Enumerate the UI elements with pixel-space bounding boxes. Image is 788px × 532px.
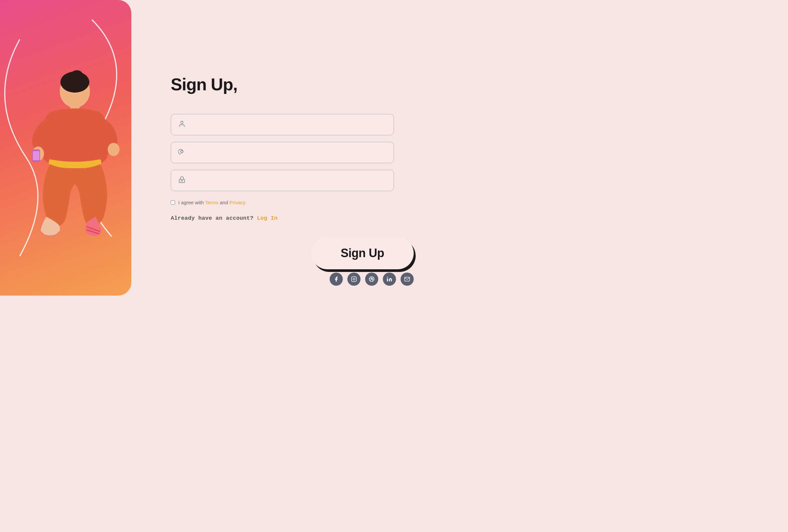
password-field-wrapper — [171, 170, 394, 191]
user-icon — [178, 120, 186, 129]
privacy-link[interactable]: Privacy — [230, 200, 245, 205]
facebook-icon[interactable] — [330, 273, 343, 286]
dribbble-icon[interactable] — [365, 273, 378, 286]
login-link[interactable]: Log In — [254, 215, 278, 221]
svg-point-11 — [181, 121, 183, 123]
svg-rect-7 — [33, 151, 39, 160]
page-title: Sign Up, — [171, 75, 407, 94]
left-panel — [0, 0, 131, 296]
terms-checkbox[interactable] — [171, 200, 175, 204]
linkedin-icon[interactable] — [383, 273, 396, 286]
character-illustration — [18, 56, 123, 240]
email-social-icon[interactable] — [400, 273, 414, 286]
lock-icon — [178, 176, 186, 185]
email-input[interactable] — [191, 150, 387, 155]
email-icon — [178, 148, 186, 157]
already-account-text: Already have an account? Log In — [171, 215, 407, 221]
svg-rect-17 — [352, 277, 357, 282]
signup-button[interactable]: Sign Up — [311, 237, 414, 269]
username-input[interactable] — [191, 121, 387, 127]
svg-point-14 — [181, 180, 182, 181]
signup-form: I agree with Terms and Privacy — [171, 114, 394, 205]
terms-link[interactable]: Terms — [205, 200, 218, 205]
right-panel: Sign Up, — [131, 0, 433, 296]
svg-point-20 — [387, 277, 388, 278]
svg-point-3 — [60, 72, 89, 93]
terms-row: I agree with Terms and Privacy — [171, 200, 394, 205]
social-icons-row — [330, 273, 414, 286]
instagram-icon[interactable] — [347, 273, 360, 286]
password-input[interactable] — [191, 177, 387, 183]
username-field-wrapper — [171, 114, 394, 135]
svg-point-8 — [108, 143, 119, 156]
signup-button-wrapper: Sign Up — [311, 237, 414, 269]
character-svg — [18, 56, 123, 240]
email-field-wrapper — [171, 142, 394, 163]
terms-text: I agree with Terms and Privacy — [178, 200, 245, 205]
